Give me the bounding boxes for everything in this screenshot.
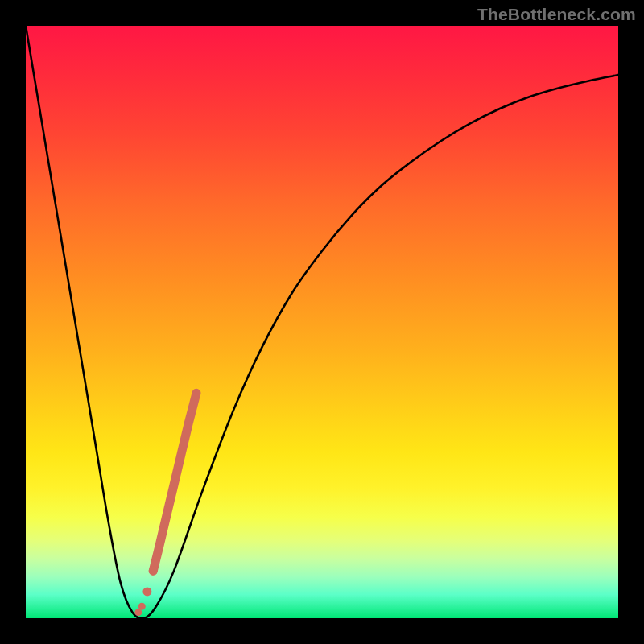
plot-area [26,26,618,618]
scatter-point [142,587,151,596]
chart-frame: TheBottleneck.com [0,0,644,644]
scatter-point [149,567,158,576]
watermark-text: TheBottleneck.com [477,5,636,24]
bottleneck-curve [26,26,618,618]
highlight-trail [153,393,196,571]
chart-svg [26,26,618,618]
scatter-point [138,603,146,610]
